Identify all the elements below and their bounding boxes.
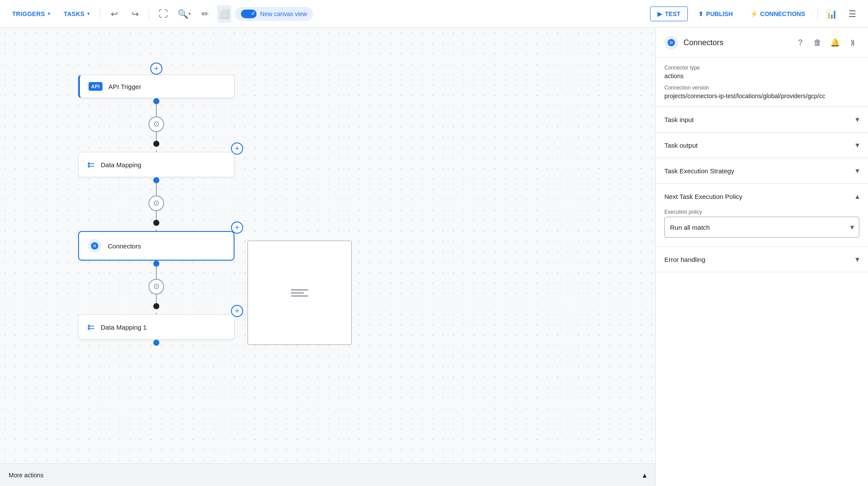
connection-version-field: Connection version projects/connectors-i… bbox=[664, 85, 859, 99]
pencil-button[interactable]: ✏ bbox=[196, 5, 214, 23]
test-label: TEST bbox=[665, 10, 680, 17]
next-task-execution-policy-header[interactable]: Next Task Execution Policy ▴ bbox=[656, 184, 868, 209]
toolbar-right: ▶ TEST ⬆ PUBLISH ⚡ CONNECTIONS 📊 ☰ bbox=[650, 5, 861, 23]
canvas-toggle-switch[interactable] bbox=[241, 10, 257, 18]
connector-line-5 bbox=[156, 211, 157, 220]
connectors-node[interactable]: Connectors bbox=[78, 231, 234, 261]
gear-icon-1: ⚙ bbox=[153, 119, 160, 129]
bell-button[interactable]: 🔔 bbox=[828, 36, 842, 50]
error-handling-title: Error handling bbox=[664, 256, 705, 263]
canvas-view-button[interactable]: ⬜ bbox=[217, 5, 231, 23]
network-icon: ⛶ bbox=[158, 8, 168, 20]
zoom-chevron-icon: ▾ bbox=[188, 11, 191, 16]
task-output-header[interactable]: Task output ▾ bbox=[656, 132, 868, 158]
canvas-toggle[interactable]: New canvas view bbox=[235, 7, 313, 21]
task-output-title: Task output bbox=[664, 142, 698, 149]
execution-policy-content: Execution policy Run all match Run first… bbox=[656, 209, 868, 246]
connection-version-value: projects/connectors-ip-test/locations/gl… bbox=[664, 93, 851, 99]
connector-line-8 bbox=[156, 294, 157, 303]
task-input-title: Task input bbox=[664, 116, 694, 123]
api-icon: API bbox=[89, 82, 102, 91]
canvas-area[interactable]: + API API Trigger ⚙ + ⇇ Data bbox=[0, 28, 655, 486]
gear-icon-3: ⚙ bbox=[153, 282, 160, 291]
analytics-button[interactable]: 📊 bbox=[823, 5, 840, 23]
flow-container: + API API Trigger ⚙ + ⇇ Data bbox=[78, 63, 234, 346]
task-execution-strategy-header[interactable]: Task Execution Strategy ▾ bbox=[656, 158, 868, 183]
connector-type-label: Connector type bbox=[664, 65, 859, 71]
task-execution-strategy-chevron-icon: ▾ bbox=[855, 166, 859, 175]
connections-label: CONNECTIONS bbox=[760, 10, 805, 17]
connector-line-1 bbox=[156, 104, 157, 116]
publish-icon: ⬆ bbox=[698, 10, 703, 17]
panel-header: Connectors ? 🗑 🔔 ⟩| bbox=[656, 28, 868, 58]
panel-connectors-icon bbox=[667, 38, 676, 47]
gear-node-1[interactable]: ⚙ bbox=[149, 116, 164, 132]
test-button[interactable]: ▶ TEST bbox=[650, 7, 688, 21]
connector-type-value: actions bbox=[664, 73, 851, 79]
error-handling-chevron-icon: ▾ bbox=[855, 255, 859, 264]
publish-button[interactable]: ⬆ PUBLISH bbox=[691, 7, 739, 21]
close-panel-icon: ⟩| bbox=[851, 39, 855, 46]
right-panel: Connectors ? 🗑 🔔 ⟩| Connector type bbox=[655, 28, 868, 486]
api-trigger-label: API Trigger bbox=[109, 83, 141, 90]
error-handling-header[interactable]: Error handling ▾ bbox=[656, 247, 868, 272]
menu-icon: ☰ bbox=[848, 9, 856, 19]
canvas-toggle-label: New canvas view bbox=[260, 10, 307, 17]
panel-header-actions: ? 🗑 🔔 ⟩| bbox=[793, 36, 859, 50]
execution-policy-select[interactable]: Run all match Run first match Run all bbox=[664, 217, 859, 238]
menu-button[interactable]: ☰ bbox=[844, 5, 861, 23]
help-button[interactable]: ? bbox=[793, 36, 807, 50]
analytics-icon: 📊 bbox=[826, 9, 837, 19]
more-actions-bar[interactable]: More actions ▴ bbox=[0, 463, 655, 486]
connections-button[interactable]: ⚡ CONNECTIONS bbox=[743, 7, 812, 21]
connector-dot-2 bbox=[153, 177, 159, 183]
connector-line-4 bbox=[156, 183, 157, 195]
network-button[interactable]: ⛶ bbox=[155, 5, 172, 23]
info-section: Connector type actions Connection versio… bbox=[656, 58, 868, 107]
undo-icon: ↩ bbox=[111, 9, 118, 19]
data-mapping-1-node[interactable]: ⇇ Data Mapping 1 bbox=[78, 314, 234, 340]
data-mapping-node[interactable]: ⇇ Data Mapping bbox=[78, 152, 234, 177]
gear-icon-2: ⚙ bbox=[153, 198, 160, 208]
connection-version-label: Connection version bbox=[664, 85, 859, 91]
redo-button[interactable]: ↪ bbox=[126, 5, 144, 23]
delete-button[interactable]: 🗑 bbox=[811, 36, 825, 50]
publish-label: PUBLISH bbox=[706, 10, 733, 17]
close-panel-button[interactable]: ⟩| bbox=[845, 36, 859, 50]
tasks-menu[interactable]: TASKS ▾ bbox=[59, 7, 95, 21]
connectors-icon bbox=[90, 241, 99, 250]
zoom-icon: 🔍 bbox=[178, 9, 188, 19]
data-mapping-label: Data Mapping bbox=[101, 161, 141, 169]
triggers-menu[interactable]: TRIGGERS ▾ bbox=[7, 7, 55, 21]
play-icon: ▶ bbox=[657, 10, 662, 17]
gear-node-3[interactable]: ⚙ bbox=[149, 279, 164, 294]
connector-dot-4 bbox=[153, 340, 159, 346]
connector-line-2 bbox=[156, 132, 157, 141]
add-node-top[interactable]: + bbox=[150, 63, 162, 75]
data-mapping-1-icon: ⇇ bbox=[87, 322, 95, 332]
preview-box bbox=[248, 241, 352, 345]
api-trigger-node[interactable]: API API Trigger bbox=[78, 75, 234, 98]
connectors-icon-wrapper bbox=[88, 239, 102, 253]
zoom-button[interactable]: 🔍 ▾ bbox=[175, 5, 193, 23]
execution-policy-label: Execution policy bbox=[664, 209, 859, 215]
plus-icon: + bbox=[154, 64, 159, 73]
panel-title: Connectors bbox=[683, 38, 788, 47]
gear-node-2[interactable]: ⚙ bbox=[149, 195, 164, 211]
preview-line-3 bbox=[291, 295, 308, 297]
tasks-chevron-icon: ▾ bbox=[87, 11, 89, 16]
next-task-execution-policy-title: Next Task Execution Policy bbox=[664, 193, 743, 200]
task-output-chevron-icon: ▾ bbox=[855, 140, 859, 150]
connector-dot-1 bbox=[153, 98, 159, 104]
tasks-label: TASKS bbox=[64, 10, 85, 17]
triggers-chevron-icon: ▾ bbox=[48, 11, 50, 16]
help-icon: ? bbox=[798, 38, 802, 47]
separator-1 bbox=[100, 8, 100, 20]
connector-type-field: Connector type actions bbox=[664, 65, 859, 79]
task-input-header[interactable]: Task input ▾ bbox=[656, 107, 868, 132]
data-mapping-icon: ⇇ bbox=[87, 159, 95, 170]
more-actions-chevron-icon: ▴ bbox=[643, 470, 647, 480]
separator-2 bbox=[149, 8, 149, 20]
undo-button[interactable]: ↩ bbox=[106, 5, 123, 23]
connector-dot-arrow-3 bbox=[153, 303, 159, 309]
